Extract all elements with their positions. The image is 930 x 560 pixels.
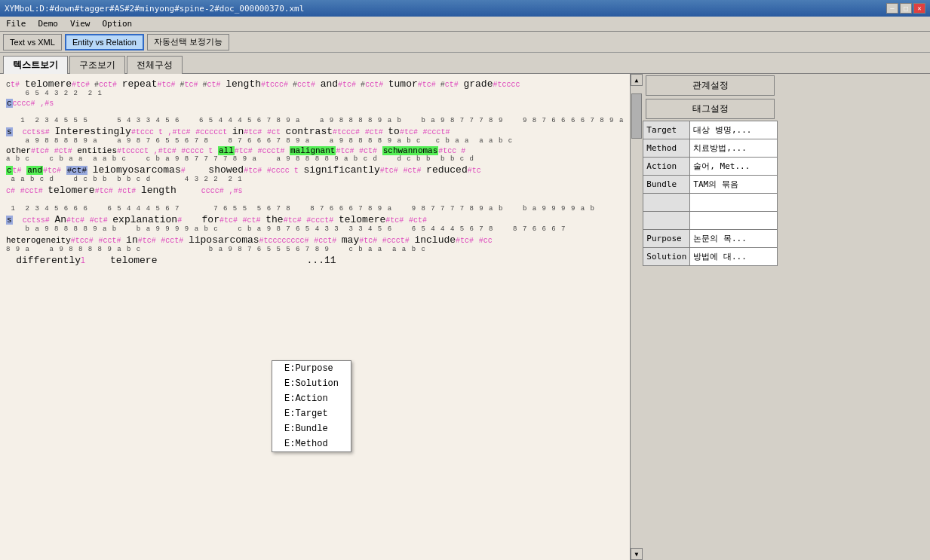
text-viewport[interactable]: ct# telomere#tc# #cct# repeat#tc# #tc# #… [0, 74, 630, 560]
ann-row-2: 1 2 3 4 5 5 5 5 4 3 3 4 5 6 6 5 4 4 4 5 … [6, 117, 624, 126]
ann-row-5: a a b c d d c b b b b c d 4 3 2 2 2 1 [6, 176, 624, 185]
table-row: Method 치료방법,... [643, 139, 778, 158]
value-target: 대상 병명,... [690, 121, 778, 139]
table-row: Target 대상 병명,... [643, 121, 778, 139]
menu-option[interactable]: Option [100, 18, 136, 29]
value-bundle: TAM의 묶음 [690, 176, 778, 194]
menu-item-solution[interactable]: E:Solution [272, 376, 351, 391]
menu-item-purpose[interactable]: E:Purpose [272, 361, 351, 376]
entity-vs-relation-button[interactable]: Entity vs Relation [65, 34, 144, 50]
table-row [643, 194, 778, 212]
menu-bar: File Demo View Option [0, 17, 930, 32]
tab-structview[interactable]: 구조보기 [69, 56, 125, 74]
scroll-up-button[interactable]: ▲ [631, 74, 643, 86]
value-solution: 방법에 대... [690, 248, 778, 266]
value-empty1 [690, 194, 778, 212]
label-bundle: Bundle [643, 176, 690, 194]
vertical-scrollbar[interactable]: ▲ ▼ [630, 74, 642, 560]
menu-view[interactable]: View [67, 18, 94, 29]
value-purpose: 논문의 목... [690, 230, 778, 248]
ann-row-8: 8 9 a a 9 8 8 8 8 9 a b c b a 9 8 7 6 5 … [6, 246, 624, 255]
toolbar: Text vs XML Entity vs Relation 자동선택 보정기능 [0, 32, 930, 53]
label-empty1 [643, 194, 690, 212]
table-row: Action 술어, Met... [643, 158, 778, 176]
text-row-1: ct# telomere#tc# #cct# repeat#tc# #tc# #… [6, 78, 624, 90]
label-empty2 [643, 212, 690, 230]
value-action: 술어, Met... [690, 158, 778, 176]
minimize-button[interactable]: — [886, 3, 898, 14]
text-row-7: s cctss# An#tc# #ct# explanation# for#tc… [6, 214, 624, 225]
relation-setting-button[interactable]: 관계설정 [646, 75, 775, 96]
title-text: XYMboL:D:#down#tagger#AS#2#minyong#spine… [5, 4, 304, 14]
tab-fullview[interactable]: 전체구성 [127, 56, 183, 74]
label-action: Action [643, 158, 690, 176]
scroll-down-button[interactable]: ▼ [631, 548, 643, 560]
context-menu: E:Purpose E:Solution E:Action E:Target E… [272, 360, 351, 452]
label-method: Method [643, 139, 690, 158]
ann-row-6: 1 2 3 4 5 6 6 6 6 5 4 4 4 5 6 7 7 6 5 5 … [6, 205, 624, 214]
close-button[interactable]: ✕ [913, 3, 925, 14]
value-method: 치료방법,... [690, 139, 778, 158]
tab-bar: 텍스트보기 구조보기 전체구성 [0, 53, 930, 74]
right-panel: 관계설정 태그설정 Target 대상 병명,... Method 치료방법,.… [642, 74, 778, 560]
title-bar: XYMboL:D:#down#tagger#AS#2#minyong#spine… [0, 0, 930, 17]
menu-item-target[interactable]: E:Target [272, 406, 351, 421]
tag-setting-button[interactable]: 태그설정 [646, 99, 775, 119]
table-row [643, 212, 778, 230]
ann-row-3: a 9 8 8 8 8 9 a a 9 8 7 6 5 5 6 7 8 8 7 … [6, 137, 624, 146]
text-row-4: other#tc# #ct# entities#tcccct ,#tc# #cc… [6, 146, 624, 155]
text-row-9: differentlyl telomere ...11 [6, 255, 624, 266]
maximize-button[interactable]: □ [900, 3, 912, 14]
content-wrapper: ct# telomere#tc# #cct# repeat#tc# #tc# #… [0, 74, 642, 560]
menu-item-action[interactable]: E:Action [272, 391, 351, 406]
text-vs-xml-button[interactable]: Text vs XML [3, 34, 62, 50]
auto-select-button[interactable]: 자동선택 보정기능 [147, 34, 229, 50]
label-target: Target [643, 121, 690, 139]
tab-textview[interactable]: 텍스트보기 [3, 56, 68, 74]
table-row: Purpose 논문의 목... [643, 230, 778, 248]
menu-demo[interactable]: Demo [35, 18, 62, 29]
label-solution: Solution [643, 248, 690, 266]
relation-table: Target 대상 병명,... Method 치료방법,... Action … [643, 121, 778, 266]
text-row-2: ccccc# ,#s [6, 99, 624, 108]
main-layout: ct# telomere#tc# #cct# repeat#tc# #tc# #… [0, 74, 930, 560]
window-controls: — □ ✕ [886, 3, 925, 14]
menu-item-method[interactable]: E:Method [272, 436, 351, 451]
text-row-3: s cctss# Interestingly#tccc t ,#tc# #ccc… [6, 126, 624, 137]
menu-file[interactable]: File [3, 18, 29, 29]
menu-item-bundle[interactable]: E:Bundle [272, 421, 351, 436]
ann-row-4: a b c c b a a a a b c c b a 9 8 7 7 7 7 … [6, 155, 624, 164]
table-row: Bundle TAM의 묶음 [643, 176, 778, 194]
ann-row-1: 6 5 4 3 2 2 2 1 [6, 90, 624, 99]
label-purpose: Purpose [643, 230, 690, 248]
ann-row-7: b a 9 8 8 8 8 9 a b b a 9 9 9 9 a b c c … [6, 225, 624, 234]
scroll-thumb[interactable] [631, 93, 642, 139]
value-empty2 [690, 212, 778, 230]
text-row-5: ct# and#tc# #ct# leiomyosarcomas# showed… [6, 164, 624, 176]
table-row: Solution 방법에 대... [643, 248, 778, 266]
text-row-8: heterogeneity#tcc# #cct# in#tc# #cct# li… [6, 234, 624, 246]
scroll-track[interactable] [631, 86, 643, 548]
text-row-6: c# #cct# telomere#tc# #ct# length cccc# … [6, 185, 624, 196]
